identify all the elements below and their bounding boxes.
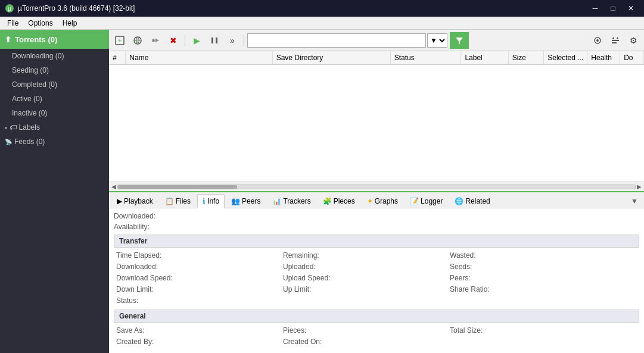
tab-playback[interactable]: ▶ Playback xyxy=(111,194,158,208)
svg-rect-11 xyxy=(612,40,619,41)
tab-files[interactable]: 📋 Files xyxy=(160,194,196,208)
tab-graphs[interactable]: ✦ Graphs xyxy=(362,194,403,208)
torrent-table: # Name Save Directory Status Label Size … xyxy=(109,51,644,65)
sidebar-item-seeding-label: Seeding (0) xyxy=(12,66,49,74)
transfer-header: Transfer xyxy=(114,235,639,248)
svg-rect-7 xyxy=(216,38,217,43)
content-area: + ↺ ✏ ✖ ▶ » ▼ xyxy=(109,30,644,353)
sidebar-item-active-label: Active (0) xyxy=(12,95,42,103)
add-torrent-button[interactable]: + xyxy=(111,32,128,49)
sidebar-torrents-header[interactable]: ⬆ Torrents (0) xyxy=(0,30,109,49)
sidebar-item-downloading[interactable]: Downloading (0) xyxy=(0,49,109,63)
speed-limit-button[interactable]: ▲▲ xyxy=(607,32,624,49)
peers-field: Peers: xyxy=(447,273,614,283)
sidebar-item-feeds[interactable]: 📡 Feeds (0) xyxy=(0,135,109,149)
remote-connect-button[interactable] xyxy=(589,32,606,49)
sidebar-item-seeding[interactable]: Seeding (0) xyxy=(0,63,109,77)
col-num[interactable]: # xyxy=(109,51,126,65)
tab-trackers[interactable]: 📊 Trackers xyxy=(267,194,316,208)
graphs-icon: ✦ xyxy=(367,197,373,205)
add-url-button[interactable]: ↺ xyxy=(129,32,146,49)
minimize-button[interactable]: ─ xyxy=(587,2,603,14)
sidebar-item-completed-label: Completed (0) xyxy=(12,80,57,89)
col-label[interactable]: Label xyxy=(461,51,508,65)
general-grid: Save As: Pieces: Total Size: Created By:… xyxy=(114,324,639,348)
pause-button[interactable] xyxy=(206,32,223,49)
total-size-field: Total Size: xyxy=(447,325,614,336)
tab-logger-label: Logger xyxy=(421,197,443,205)
sidebar-header-label: Torrents (0) xyxy=(15,35,57,44)
svg-text:↺: ↺ xyxy=(136,39,140,44)
settings-button[interactable]: ⚙ xyxy=(625,32,642,49)
download-speed-field: Download Speed: xyxy=(114,273,281,283)
torrent-list-area: # Name Save Directory Status Label Size … xyxy=(109,51,644,191)
tab-logger[interactable]: 📝 Logger xyxy=(405,194,448,208)
remove-button[interactable]: ✖ xyxy=(165,32,182,49)
scroll-right-arrow[interactable]: ▶ xyxy=(636,183,643,190)
tab-info-label: Info xyxy=(207,197,219,205)
menu-bar: File Options Help xyxy=(0,17,644,30)
tab-related[interactable]: 🌐 Related xyxy=(449,194,495,208)
uploaded-field: Uploaded: xyxy=(281,261,447,272)
toolbar-right: ▲▲ ⚙ xyxy=(589,32,642,49)
maximize-button[interactable]: □ xyxy=(605,2,621,14)
sidebar-item-labels[interactable]: ▪ 🏷 Labels xyxy=(0,120,109,135)
status-field: Status: xyxy=(114,295,281,306)
search-input[interactable] xyxy=(247,33,426,48)
remaining-field: Remaining: xyxy=(281,250,447,261)
tab-peers[interactable]: 👥 Peers xyxy=(226,194,266,208)
sidebar: ⬆ Torrents (0) Downloading (0) Seeding (… xyxy=(0,30,109,353)
feeds-icon: 📡 xyxy=(5,139,12,145)
close-button[interactable]: ✕ xyxy=(623,2,639,14)
scroll-track[interactable] xyxy=(117,185,636,189)
filter-button[interactable] xyxy=(450,32,469,49)
create-torrent-button[interactable]: ✏ xyxy=(147,32,164,49)
tab-info[interactable]: ℹ Info xyxy=(197,194,225,208)
pieces-icon: 🧩 xyxy=(323,197,332,205)
sidebar-feeds-label: Feeds (0) xyxy=(14,138,45,146)
peers-icon: 👥 xyxy=(231,197,240,205)
availability-label: Availability: xyxy=(114,223,173,231)
playback-icon: ▶ xyxy=(117,197,122,205)
col-status[interactable]: Status xyxy=(390,51,461,65)
toolbar-separator-1 xyxy=(185,34,185,47)
tab-related-label: Related xyxy=(465,197,490,205)
window-controls: ─ □ ✕ xyxy=(587,2,639,14)
more-button[interactable]: » xyxy=(224,32,241,49)
detail-panel: Downloaded: Availability: Transfer Time … xyxy=(109,208,644,353)
transfer-grid: Time Elapsed: Remaining: Wasted: Downloa… xyxy=(114,249,639,307)
col-do[interactable]: Do xyxy=(620,51,644,65)
related-icon: 🌐 xyxy=(455,197,463,205)
sidebar-item-inactive[interactable]: Inactive (0) xyxy=(0,106,109,120)
svg-marker-8 xyxy=(456,38,463,44)
menu-file[interactable]: File xyxy=(2,18,23,29)
general-header: General xyxy=(114,310,639,323)
torrents-icon: ⬆ xyxy=(5,35,11,44)
col-size[interactable]: Size xyxy=(508,51,544,65)
info-icon: ℹ xyxy=(203,197,206,205)
col-health[interactable]: Health xyxy=(587,51,620,65)
svg-text:+: + xyxy=(118,37,122,44)
horizontal-scrollbar[interactable]: ◀ ▶ xyxy=(109,182,644,191)
trackers-icon: 📊 xyxy=(272,197,281,205)
save-as-field: Save As: xyxy=(114,325,281,336)
sidebar-item-active[interactable]: Active (0) xyxy=(0,92,109,106)
col-name[interactable]: Name xyxy=(126,51,272,65)
tab-pieces[interactable]: 🧩 Pieces xyxy=(318,194,360,208)
seeds-field: Seeds: xyxy=(447,261,614,272)
detail-expand-button[interactable]: ▼ xyxy=(627,195,642,208)
app-icon: µ xyxy=(5,4,14,13)
sidebar-item-completed[interactable]: Completed (0) xyxy=(0,77,109,92)
menu-options[interactable]: Options xyxy=(23,18,57,29)
col-selected[interactable]: Selected ... xyxy=(544,51,587,65)
start-button[interactable]: ▶ xyxy=(188,32,205,49)
col-save-dir[interactable]: Save Directory xyxy=(272,51,390,65)
scroll-left-arrow[interactable]: ◀ xyxy=(110,183,117,190)
scroll-thumb[interactable] xyxy=(118,185,237,189)
tab-playback-label: Playback xyxy=(124,197,153,205)
up-limit-field: Up Limit: xyxy=(281,284,447,295)
upload-speed-field: Upload Speed: xyxy=(281,273,447,283)
menu-help[interactable]: Help xyxy=(58,18,82,29)
filter-select[interactable]: ▼ xyxy=(427,33,447,48)
torrent-empty-area xyxy=(109,65,644,182)
